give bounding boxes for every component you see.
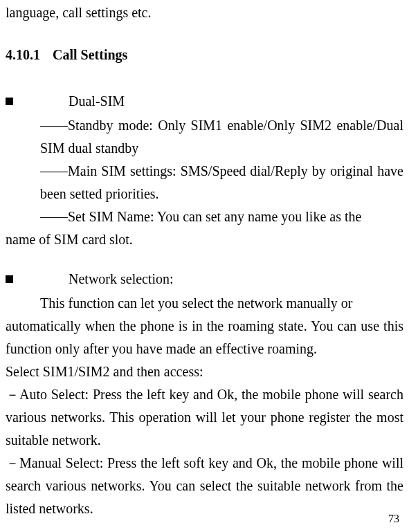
network-auto-select: －Auto Select: Press the left key and Ok,…: [6, 383, 403, 452]
dual-sim-set-name-line1: ――Set SIM Name: You can set any name you…: [6, 205, 403, 228]
network-intro-line1: This function can let you select the net…: [6, 292, 403, 315]
section-heading: 4.10.1Call Settings: [6, 44, 403, 66]
bullet-network: Network selection:: [6, 268, 403, 291]
section-title: Call Settings: [53, 47, 127, 62]
dual-sim-set-name-line2: name of SIM card slot.: [6, 228, 403, 251]
square-bullet-icon: [6, 98, 13, 105]
top-fragment-line: language, call settings etc.: [6, 1, 403, 24]
network-intro-rest: automatically when the phone is in the r…: [6, 315, 403, 360]
dual-sim-main-sim: ――Main SIM settings: SMS/Speed dial/Repl…: [6, 160, 403, 205]
bullet-dual-sim: Dual-SIM: [6, 90, 403, 113]
page-number: 73: [388, 510, 399, 528]
dual-sim-heading: Dual-SIM: [69, 93, 125, 109]
network-select-line: Select SIM1/SIM2 and then access:: [6, 360, 403, 383]
network-manual-select: －Manual Select: Press the left soft key …: [6, 452, 403, 520]
network-heading: Network selection:: [69, 271, 174, 286]
square-bullet-icon: [6, 275, 13, 283]
section-number: 4.10.1: [6, 47, 40, 62]
dual-sim-standby: ――Standby mode: Only SIM1 enable/Only SI…: [6, 114, 403, 160]
